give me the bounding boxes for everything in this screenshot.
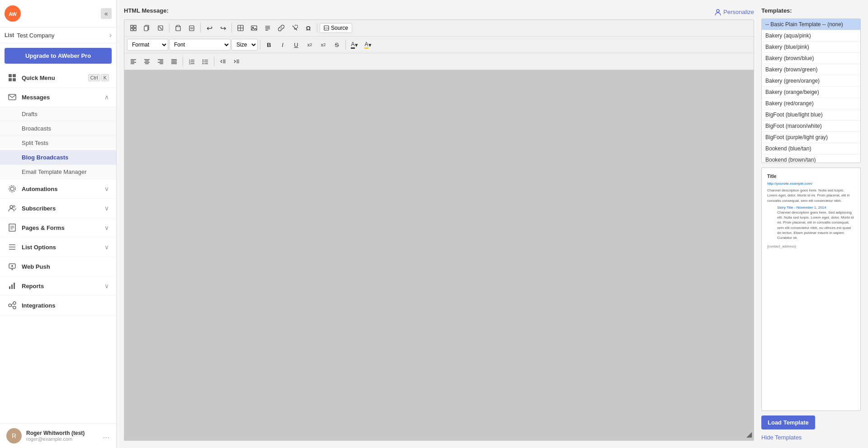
- sidebar-item-email-template-manager[interactable]: Email Template Manager: [0, 165, 116, 179]
- svg-point-30: [717, 9, 719, 12]
- sidebar-item-list-options[interactable]: List Options ∨: [0, 238, 116, 257]
- quick-menu-label: Quick Menu: [22, 75, 84, 81]
- sidebar-item-automations[interactable]: Automations ∨: [0, 179, 116, 199]
- toolbar-separator-6: [345, 40, 346, 50]
- subscribers-icon: [7, 203, 17, 213]
- paste-word-button[interactable]: W: [185, 22, 198, 34]
- bold-button[interactable]: B: [263, 38, 275, 51]
- template-item-bakery-blue-pink[interactable]: Bakery (blue/pink): [762, 42, 860, 53]
- template-item-bookend-brown-tan[interactable]: Bookend (brown/tan): [762, 154, 860, 163]
- template-item-bookend-blue-tan[interactable]: Bookend (blue/tan): [762, 143, 860, 154]
- svg-text:AW: AW: [9, 11, 17, 17]
- remove-format-button[interactable]: [154, 22, 167, 34]
- ordered-list-button[interactable]: 1.2.3.: [185, 55, 198, 68]
- editor-label: HTML Message:: [124, 7, 169, 14]
- hide-templates-link[interactable]: Hide Templates: [761, 434, 861, 441]
- preview-list-item-1: Story Title - November 1, 2014 Channel d…: [777, 205, 855, 240]
- toolbar-separator-8: [214, 56, 214, 66]
- svg-rect-5: [13, 78, 16, 81]
- font-dropdown[interactable]: Font Arial Georgia Times New Roman: [169, 39, 231, 51]
- sidebar-item-drafts[interactable]: Drafts: [0, 107, 116, 121]
- link-button[interactable]: [275, 22, 288, 34]
- sidebar: AW « List Test Company › Upgrade to AWeb…: [0, 0, 117, 448]
- sidebar-item-integrations[interactable]: Integrations: [0, 296, 116, 315]
- table-button[interactable]: [234, 22, 247, 34]
- sidebar-item-quick-menu[interactable]: Quick Menu Ctrl K: [0, 68, 116, 88]
- reports-chevron-icon: ∨: [104, 282, 109, 289]
- sidebar-item-reports[interactable]: Reports ∨: [0, 276, 116, 296]
- align-center-button[interactable]: [141, 55, 153, 68]
- svg-rect-2: [9, 74, 12, 77]
- pages-forms-icon: [7, 223, 17, 233]
- sidebar-item-subscribers[interactable]: Subscribers ∨: [0, 199, 116, 218]
- template-item-bigfoot-purple-gray[interactable]: BigFoot (purple/light gray): [762, 132, 860, 143]
- sidebar-item-blog-broadcasts[interactable]: Blog Broadcasts: [0, 150, 116, 165]
- template-item-bakery-brown-green[interactable]: Bakery (brown/green): [762, 64, 860, 75]
- format-dropdown[interactable]: Format Paragraph Heading 1 Heading 2: [127, 39, 168, 51]
- justify-button[interactable]: [168, 55, 180, 68]
- pages-forms-label: Pages & Forms: [22, 224, 100, 231]
- automations-icon: [7, 184, 17, 194]
- editor-body[interactable]: ◢: [124, 70, 754, 440]
- personalize-label: Personalize: [723, 9, 754, 15]
- template-item-bakery-orange-beige[interactable]: Bakery (orange/beige): [762, 87, 860, 98]
- user-section: R Roger Whitworth (test) roger@example.c…: [0, 423, 116, 448]
- sidebar-item-split-tests[interactable]: Split Tests: [0, 136, 116, 150]
- size-dropdown[interactable]: Size 8 10 12 14: [231, 39, 258, 51]
- list-label: List: [5, 32, 14, 38]
- redo-button[interactable]: ↪: [217, 22, 229, 34]
- strikethrough-button[interactable]: S: [330, 38, 343, 51]
- special-chars-button[interactable]: Ω: [302, 22, 315, 34]
- text-color-button[interactable]: A▾: [348, 38, 361, 51]
- svg-rect-23: [11, 285, 13, 289]
- template-item-bakery-red-orange[interactable]: Bakery (red/orange): [762, 98, 860, 109]
- sidebar-item-pages-forms[interactable]: Pages & Forms ∨: [0, 218, 116, 238]
- underline-button[interactable]: U: [290, 38, 302, 51]
- align-right-button[interactable]: [154, 55, 167, 68]
- template-item-bakery-brown-blue[interactable]: Bakery (brown/blue): [762, 53, 860, 64]
- template-item-bigfoot-blue-light[interactable]: BigFoot (blue/light blue): [762, 109, 860, 121]
- sidebar-item-broadcasts[interactable]: Broadcasts: [0, 121, 116, 136]
- personalize-link[interactable]: Personalize: [714, 9, 754, 16]
- svg-point-25: [9, 304, 11, 307]
- align-left-button[interactable]: [127, 55, 140, 68]
- toolbar-row-2: Format Paragraph Heading 1 Heading 2 Fon…: [124, 37, 754, 53]
- outdent-button[interactable]: [217, 55, 229, 68]
- copy-format-button[interactable]: [141, 22, 153, 34]
- svg-rect-3: [13, 74, 16, 77]
- svg-point-19: [11, 265, 13, 267]
- load-template-button[interactable]: Load Template: [761, 415, 815, 429]
- collapse-sidebar-button[interactable]: «: [101, 8, 112, 19]
- list-selector[interactable]: List Test Company ›: [0, 28, 116, 43]
- upgrade-button[interactable]: Upgrade to AWeber Pro: [5, 48, 112, 64]
- paste-text-button[interactable]: [172, 22, 184, 34]
- templates-list: -- Basic Plain Template -- (none) Bakery…: [761, 19, 861, 163]
- svg-rect-4: [9, 78, 12, 81]
- svg-rect-40: [177, 25, 179, 27]
- source-button[interactable]: </> Source: [320, 23, 352, 33]
- template-item-bakery-aqua-pink[interactable]: Bakery (aqua/pink): [762, 30, 860, 42]
- image-button[interactable]: [248, 22, 260, 34]
- sidebar-item-web-push[interactable]: Web Push: [0, 257, 116, 276]
- template-item-bigfoot-maroon-white[interactable]: BigFoot (maroon/white): [762, 121, 860, 132]
- template-item-basic-plain[interactable]: -- Basic Plain Template -- (none): [762, 19, 860, 30]
- sidebar-item-messages[interactable]: Messages ∧: [0, 88, 116, 107]
- toolbar-row-1: W ↩ ↪: [124, 20, 754, 37]
- select-all-button[interactable]: [127, 22, 140, 34]
- aweber-logo-icon: AW: [5, 5, 21, 22]
- indent-button[interactable]: [230, 55, 243, 68]
- editor-wrapper: HTML Message: Personalize: [124, 7, 754, 441]
- user-menu-button[interactable]: …: [103, 432, 110, 440]
- list-options-label: List Options: [22, 244, 100, 251]
- bg-color-button[interactable]: A▾: [362, 38, 374, 51]
- unordered-list-button[interactable]: [199, 55, 212, 68]
- svg-line-38: [159, 27, 162, 29]
- template-item-bakery-green-orange[interactable]: Bakery (green/orange): [762, 75, 860, 87]
- unlink-button[interactable]: [288, 22, 301, 34]
- undo-button[interactable]: ↩: [203, 22, 216, 34]
- align-content-button[interactable]: [261, 22, 274, 34]
- subscript-button[interactable]: x2: [317, 38, 330, 51]
- italic-button[interactable]: I: [276, 38, 289, 51]
- superscript-button[interactable]: x2: [303, 38, 316, 51]
- reports-label: Reports: [22, 283, 100, 289]
